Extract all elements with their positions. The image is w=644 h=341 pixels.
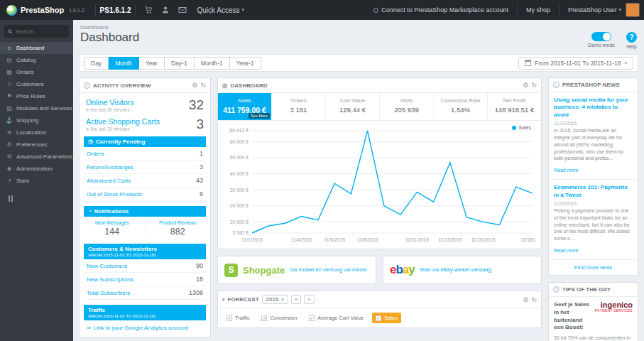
info-icon: i: [84, 82, 90, 89]
new-messages-cell[interactable]: New Messages 144: [80, 220, 146, 237]
legend-conversion-checkbox[interactable]: ✓Conversion: [258, 313, 300, 323]
article-title-link[interactable]: Ecommerce 101: Payments in a Tweet: [554, 184, 633, 199]
marketplace-connect-link[interactable]: Connect to PrestaShop Marketplace accoun…: [373, 6, 508, 13]
help-button[interactable]: ? Help: [626, 32, 637, 49]
filter-year-button[interactable]: Year: [139, 57, 165, 70]
kpi-conversion-rate[interactable]: Conversion Rate 1.54%: [434, 93, 488, 120]
legend-average-cart-value-checkbox[interactable]: ✓Average Cart Value: [305, 313, 367, 323]
kpi-orders[interactable]: Orders 3 181: [272, 93, 326, 120]
row-label: Orders: [87, 151, 104, 157]
prev-year-button[interactable]: «: [291, 295, 301, 304]
prestashop-logo[interactable]: PrestaShop 1.6.1.2: [0, 0, 91, 20]
sidebar-item-preferences[interactable]: ⚙Preferences: [0, 139, 73, 151]
sidebar-item-customers[interactable]: ☺Customers: [0, 78, 73, 90]
notifications-grid: New Messages 144 Product Reviews 882: [80, 217, 210, 239]
online-visitors-row: Online Visitors in the last 30 minutes 3…: [80, 93, 210, 112]
sidebar-item-price-rules[interactable]: ⚑Price Rules: [0, 90, 73, 102]
kpi-sales[interactable]: Sales 411 759,00 € See More: [218, 93, 272, 120]
find-more-news-link[interactable]: Find more news: [549, 260, 638, 275]
customers-icon[interactable]: [157, 6, 174, 14]
my-shop-link[interactable]: My shop: [526, 6, 550, 13]
read-more-link[interactable]: Read more: [554, 248, 579, 253]
filter-day-button[interactable]: Day: [84, 57, 109, 70]
kpi-cart-value[interactable]: Cart Value 129,44 €: [326, 93, 380, 120]
refresh-icon[interactable]: ↻: [531, 82, 537, 89]
sidebar-item-catalog[interactable]: ▤Catalog: [0, 54, 73, 66]
chart-legend[interactable]: Sales: [512, 125, 531, 130]
legend-label: Conversion: [270, 315, 297, 321]
filter-month-button[interactable]: Month: [109, 57, 139, 70]
customers-row[interactable]: Total Subscribers1308: [84, 286, 206, 300]
year-value: 2015: [266, 296, 279, 303]
svg-text:66 912 €: 66 912 €: [230, 128, 249, 133]
kpi-net-profit[interactable]: Net Profit 148 918,51 €: [488, 93, 541, 120]
sidebar-item-advanced-parameters[interactable]: ⚒Advanced Parameters: [0, 151, 73, 163]
product-reviews-cell[interactable]: Product Reviews 882: [146, 220, 211, 237]
year-select[interactable]: 2015 ▾: [262, 295, 288, 304]
ebay-promo-link[interactable]: Start uw eBay-winkel vandaag: [420, 266, 491, 274]
read-more-link[interactable]: Read more: [554, 168, 579, 173]
pending-row[interactable]: Abandoned Carts43: [84, 174, 206, 188]
cart-icon[interactable]: [140, 6, 157, 14]
sidebar-item-shipping[interactable]: ⚓Shipping: [0, 114, 73, 126]
section-title: Customers & Newsletters: [88, 246, 157, 252]
user-menu[interactable]: PrestaShop User ▾: [568, 6, 621, 13]
customers-newsletters-header: Customers & Newsletters (FROM 2015-11-01…: [84, 244, 206, 259]
avatar[interactable]: [626, 3, 640, 17]
see-more-badge[interactable]: See More: [249, 113, 270, 119]
row-value: 18: [196, 276, 203, 283]
cell-label: Product Reviews: [146, 220, 211, 225]
row-value: 6: [200, 190, 203, 197]
google-analytics-link[interactable]: ∞ Link to your Google Analytics account: [80, 320, 210, 337]
pending-row[interactable]: Return/Exchanges3: [84, 161, 206, 174]
legend-traffic-checkbox[interactable]: ✓Traffic: [223, 313, 253, 323]
filter-month-1-button[interactable]: Month-1: [195, 57, 230, 70]
folder-icon: ▤: [6, 57, 13, 63]
gear-icon[interactable]: ⚙: [523, 296, 528, 303]
pending-row[interactable]: Out of Stock Products6: [84, 188, 206, 201]
page-head: Dashboard Demo mode ? Help: [79, 31, 638, 49]
sidebar-item-orders[interactable]: ▦Orders: [0, 66, 73, 78]
refresh-icon[interactable]: ↻: [531, 296, 537, 303]
sidebar-item-administration[interactable]: ☻Administration: [0, 163, 73, 175]
demo-mode-toggle[interactable]: Demo mode: [588, 32, 615, 48]
customers-row[interactable]: New Customers90: [84, 259, 206, 273]
checkbox-icon: ✓: [227, 315, 232, 321]
customers-row[interactable]: New Subscriptions18: [84, 273, 206, 286]
svg-text:11/6/2015: 11/6/2015: [324, 237, 345, 242]
filter-day-1-button[interactable]: Day-1: [165, 57, 195, 70]
gear-icon[interactable]: ⚙: [523, 82, 528, 89]
toggle-on-icon[interactable]: [591, 32, 611, 41]
search-input[interactable]: [16, 28, 65, 35]
divider: [95, 4, 96, 16]
sidebar-item-localization[interactable]: ⊕Localization: [0, 126, 73, 139]
active-carts-sub: in the last 30 minutes: [86, 126, 160, 131]
row-value: 90: [196, 262, 203, 269]
svg-text:3 082 €: 3 082 €: [232, 230, 249, 235]
checkbox-icon: ✓: [261, 315, 267, 321]
sidebar-item-stats[interactable]: ↗Stats: [0, 175, 73, 187]
panel-title: DASHBOARD: [231, 82, 268, 89]
pending-row[interactable]: Orders1: [84, 147, 206, 161]
filter-year-1-button[interactable]: Year-1: [230, 57, 261, 70]
notifications-header: ◔ Notifications: [84, 206, 206, 217]
ebay-logo: ebay: [390, 263, 415, 277]
sidebar-item-modules[interactable]: ▧Modules and Services: [0, 102, 73, 114]
quick-access-menu[interactable]: Quick Access ▾: [197, 6, 244, 14]
legend-label: Sales: [384, 315, 398, 321]
article-title-link[interactable]: Using social media for your business: 4 …: [554, 97, 633, 119]
next-year-button[interactable]: »: [304, 295, 314, 304]
tips-of-the-day-panel: i TIPS OF THE DAY Geef je Sales in het b…: [548, 282, 638, 341]
kpi-visits[interactable]: Visits 205 939: [380, 93, 434, 120]
refresh-icon[interactable]: ↻: [200, 82, 206, 89]
collapse-menu-button[interactable]: [9, 195, 65, 202]
sidebar-item-dashboard[interactable]: ⌂Dashboard: [0, 42, 73, 54]
gear-icon[interactable]: ⚙: [192, 82, 197, 89]
person-icon: ☺: [6, 81, 13, 87]
legend-sales-checkbox[interactable]: ✓Sales: [372, 313, 401, 323]
activity-overview-panel: i ACTIVITY OVERVIEW ⚙ ↻ Online Visitors …: [79, 77, 211, 337]
shopgate-promo-link[interactable]: Ga mobiel en verhoog uw omzet: [290, 266, 366, 274]
date-range-picker[interactable]: From 2015-11-01 To 2015-11-18 ▾: [518, 57, 633, 70]
messages-icon[interactable]: [174, 6, 191, 14]
search-field[interactable]: [4, 25, 69, 38]
